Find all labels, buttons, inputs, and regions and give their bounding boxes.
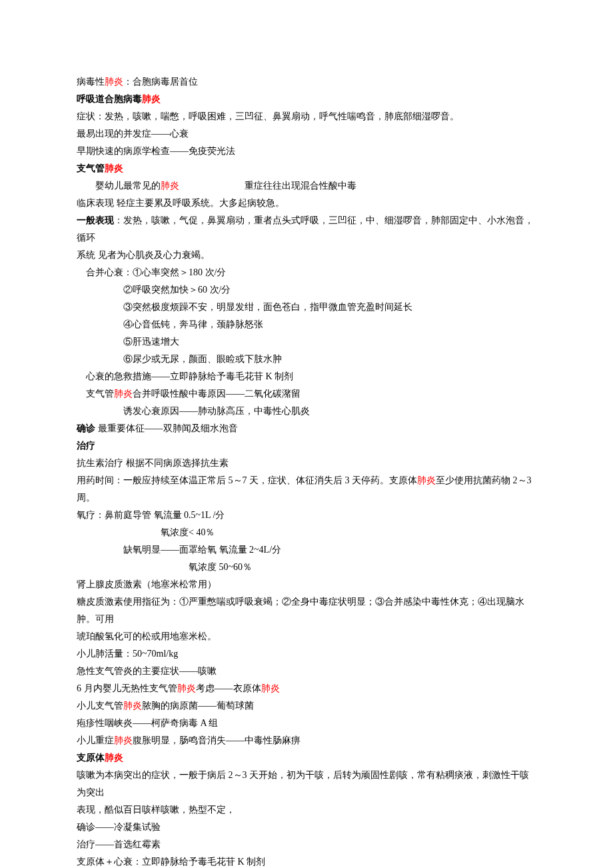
line-26: 缺氧明显——面罩给氧 氧流量 2~4L/分	[77, 541, 536, 559]
text-run: 肺炎	[105, 753, 123, 763]
text-run: 用药时间：一般应持续至体温正常后 5～7 天，症状、体征消失后 3 天停药。支原…	[77, 475, 417, 485]
line-19: 诱发心衰原因——肺动脉高压，中毒性心肌炎	[77, 403, 536, 420]
text-run: 疱疹性咽峡炎——柯萨奇病毒 A 组	[77, 718, 218, 728]
line-11: 合并心衰：①心率突然＞180 次/分	[77, 264, 536, 281]
text-run: 糖皮质激素使用指征为：①严重憋喘或呼吸衰竭；②全身中毒症状明显；③合并感染中毒性…	[77, 597, 524, 624]
text-run: 脓胸的病原菌——葡萄球菌	[142, 701, 254, 711]
line-08: 临床表现 轻症主要累及呼吸系统。大多起病较急。	[77, 195, 536, 212]
document-body: 病毒性肺炎：合胞病毒居首位呼吸道合胞病毒肺炎症状：发热，咳嗽，喘憋，呼吸困难，三…	[77, 73, 536, 868]
line-07: 婴幼儿最常见的肺炎重症往往出现混合性酸中毒	[77, 177, 536, 195]
line-38: 咳嗽为本病突出的症状，一般于病后 2～3 天开始，初为干咳，后转为顽固性剧咳，常…	[77, 767, 536, 801]
line-02: 呼吸道合胞病毒肺炎	[77, 91, 536, 108]
text-run: 氧疗：鼻前庭导管 氧流量 0.5~1L /分	[77, 510, 225, 520]
text-run: ⑥尿少或无尿，颜面、眼睑或下肢水肿	[123, 354, 282, 364]
text-run: 最易出现的并发症——心衰	[77, 129, 189, 139]
text-run: 支原体＋心衰：立即静脉给予毒毛花苷 K 制剂	[77, 857, 265, 867]
text-run: 最重要体征——双肺闻及细水泡音	[95, 423, 238, 433]
text-run: 病毒性	[77, 77, 105, 87]
text-run: 肺炎	[177, 683, 196, 693]
line-41: 治疗——首选红霉素	[77, 836, 536, 853]
text-run: 缺氧明显——面罩给氧 氧流量 2~4L/分	[123, 545, 281, 555]
text-run: 咳嗽为本病突出的症状，一般于病后 2～3 天开始，初为干咳，后转为顽固性剧咳，常…	[77, 770, 529, 797]
line-14: ④心音低钝，奔马律，颈静脉怒张	[77, 316, 536, 333]
line-16: ⑥尿少或无尿，颜面、眼睑或下肢水肿	[77, 351, 536, 368]
text-run: 早期快速的病原学检查——免疫荧光法	[77, 146, 235, 156]
text-run: ⑤肝迅速增大	[123, 337, 179, 347]
text-run: 诱发心衰原因——肺动脉高压，中毒性心肌炎	[123, 406, 310, 416]
text-run: 氧浓度< 40％	[161, 527, 215, 537]
line-33: 6 月内婴儿无热性支气管肺炎考虑——衣原体肺炎	[77, 680, 536, 697]
text-run: 考虑——衣原体	[196, 683, 261, 693]
text-run: 确诊	[77, 423, 95, 433]
line-04: 最易出现的并发症——心衰	[77, 125, 536, 143]
line-34: 小儿支气管肺炎脓胸的病原菌——葡萄球菌	[77, 697, 536, 715]
text-run: ：发热，咳嗽，气促，鼻翼扇动，重者点头式呼吸，三凹征，中、细湿啰音，肺部固定中、…	[77, 215, 534, 243]
text-run: 肺炎	[261, 683, 280, 693]
text-run: 6 月内婴儿无热性支气管	[77, 683, 177, 693]
text-run: 呼吸道合胞病毒	[77, 94, 142, 104]
line-35: 疱疹性咽峡炎——柯萨奇病毒 A 组	[77, 715, 536, 732]
text-run: 急性支气管炎的主要症状——咳嗽	[77, 666, 217, 676]
text-run: 肺炎	[105, 77, 123, 87]
line-37: 支原体肺炎	[77, 749, 536, 767]
text-run: 临床表现 轻症主要累及呼吸系统。大多起病较急。	[77, 198, 285, 208]
line-42: 支原体＋心衰：立即静脉给予毒毛花苷 K 制剂	[77, 853, 536, 868]
text-run: 肺炎	[142, 94, 161, 104]
text-run: 琥珀酸氢化可的松或用地塞米松。	[77, 631, 217, 641]
text-run: 肾上腺皮质激素（地塞米松常用）	[77, 579, 217, 589]
line-31: 小儿肺活量：50~70ml/kg	[77, 645, 536, 663]
text-run: 肺炎	[105, 163, 123, 173]
text-run: 腹胀明显，肠鸣音消失——中毒性肠麻痹	[133, 735, 301, 745]
text-run: 小儿肺活量：50~70ml/kg	[77, 649, 178, 659]
text-run: 治疗	[77, 441, 95, 451]
line-17: 心衰的急救措施——立即静脉给予毒毛花苷 K 制剂	[77, 368, 536, 385]
text-run: 合并呼吸性酸中毒原因——二氧化碳潴留	[133, 389, 301, 399]
line-39: 表现，酷似百日咳样咳嗽，热型不定，	[77, 801, 536, 819]
text-run: 小儿重症	[77, 735, 114, 745]
text-run: 一般表现	[77, 215, 114, 225]
text-run: 心衰的急救措施——立即静脉给予毒毛花苷 K 制剂	[86, 371, 293, 381]
line-36: 小儿重症肺炎腹胀明显，肠鸣音消失——中毒性肠麻痹	[77, 732, 536, 749]
text-run: 氧浓度 50~60％	[189, 562, 252, 572]
line-10: 系统 见者为心肌炎及心力衰竭。	[77, 247, 536, 264]
line-18: 支气管肺炎合并呼吸性酸中毒原因——二氧化碳潴留	[77, 385, 536, 403]
line-28: 肾上腺皮质激素（地塞米松常用）	[77, 576, 536, 593]
line-29: 糖皮质激素使用指征为：①严重憋喘或呼吸衰竭；②全身中毒症状明显；③合并感染中毒性…	[77, 593, 536, 628]
text-run: ②呼吸突然加快＞60 次/分	[123, 285, 231, 295]
line-32: 急性支气管炎的主要症状——咳嗽	[77, 663, 536, 680]
line-12: ②呼吸突然加快＞60 次/分	[77, 281, 536, 299]
text-run: 支原体	[77, 753, 105, 763]
line-22: 抗生素治疗 根据不同病原选择抗生素	[77, 455, 536, 472]
text-run: ④心音低钝，奔马律，颈静脉怒张	[123, 319, 263, 329]
line-40: 确诊——冷凝集试验	[77, 819, 536, 836]
line-24: 氧疗：鼻前庭导管 氧流量 0.5~1L /分	[77, 507, 536, 524]
text-run: 确诊——冷凝集试验	[77, 822, 161, 832]
text-run: 支气管	[77, 163, 105, 173]
line-30: 琥珀酸氢化可的松或用地塞米松。	[77, 628, 536, 645]
line-15: ⑤肝迅速增大	[77, 333, 536, 351]
text-run: 肺炎	[114, 735, 133, 745]
text-run: 抗生素治疗 根据不同病原选择抗生素	[77, 458, 229, 468]
line-20: 确诊 最重要体征——双肺闻及细水泡音	[77, 420, 536, 437]
text-run: 肺炎	[123, 701, 142, 711]
line-13: ③突然极度烦躁不安，明显发绀，面色苍白，指甲微血管充盈时间延长	[77, 299, 536, 316]
line-05: 早期快速的病原学检查——免疫荧光法	[77, 143, 536, 160]
line-23: 用药时间：一般应持续至体温正常后 5～7 天，症状、体征消失后 3 天停药。支原…	[77, 472, 536, 507]
line-25: 氧浓度< 40％	[77, 524, 536, 541]
text-run: 支气管	[86, 389, 114, 399]
line-09: 一般表现：发热，咳嗽，气促，鼻翼扇动，重者点头式呼吸，三凹征，中、细湿啰音，肺部…	[77, 212, 536, 247]
text-run: 肺炎	[114, 389, 133, 399]
line-03: 症状：发热，咳嗽，喘憋，呼吸困难，三凹征、鼻翼扇动，呼气性喘鸣音，肺底部细湿啰音…	[77, 108, 536, 125]
text-run: ③突然极度烦躁不安，明显发绀，面色苍白，指甲微血管充盈时间延长	[123, 302, 412, 312]
text-run: 症状：发热，咳嗽，喘憋，呼吸困难，三凹征、鼻翼扇动，呼气性喘鸣音，肺底部细湿啰音…	[77, 111, 459, 121]
line-06: 支气管肺炎	[77, 160, 536, 177]
line-27: 氧浓度 50~60％	[77, 559, 536, 576]
text-run: 肺炎	[417, 475, 436, 485]
text-run: 重症往往出现混合性酸中毒	[245, 181, 356, 191]
text-run: ：合胞病毒居首位	[123, 77, 198, 87]
line-01: 病毒性肺炎：合胞病毒居首位	[77, 73, 536, 91]
line-21: 治疗	[77, 437, 536, 455]
text-run: 表现，酷似百日咳样咳嗽，热型不定，	[77, 805, 235, 815]
text-run: 小儿支气管	[77, 701, 123, 711]
text-run: 合并心衰：①心率突然＞180 次/分	[86, 267, 226, 277]
